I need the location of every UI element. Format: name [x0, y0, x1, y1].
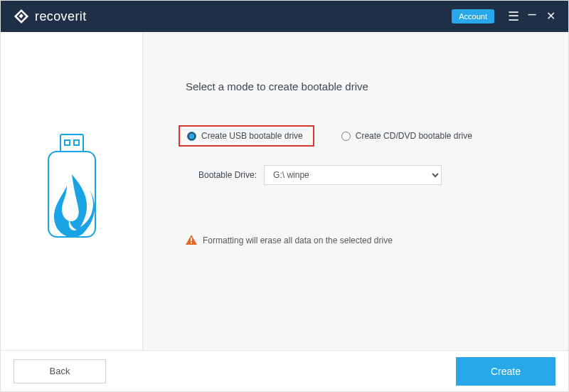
body: Select a mode to create bootable drive C… [1, 32, 568, 350]
app-logo: recoverit [14, 9, 87, 24]
option-usb-bootable[interactable]: Create USB bootable drive [179, 125, 314, 147]
svg-rect-0 [60, 134, 83, 152]
warning-icon [186, 235, 197, 245]
radio-usb[interactable] [187, 132, 196, 141]
radio-cd-dvd[interactable] [341, 132, 351, 141]
bootable-drive-select[interactable]: G:\ winpe [264, 165, 442, 185]
close-icon[interactable]: ✕ [541, 11, 560, 22]
menu-icon[interactable]: ☰ [504, 10, 523, 23]
svg-rect-1 [65, 140, 70, 145]
recoverit-logo-icon [14, 9, 29, 24]
svg-rect-5 [191, 242, 192, 243]
left-illustration-pane [1, 32, 143, 350]
warning-text: Formatting will erase all data on the se… [203, 235, 393, 245]
minimize-icon[interactable]: – [523, 6, 541, 21]
account-button[interactable]: Account [452, 9, 494, 23]
option-cd-dvd-bootable[interactable]: Create CD/DVD bootable drive [341, 131, 472, 141]
mode-radio-group: Create USB bootable drive Create CD/DVD … [179, 125, 540, 147]
footer: Back Create [1, 350, 568, 391]
svg-rect-4 [191, 238, 192, 241]
option-cd-dvd-label: Create CD/DVD bootable drive [356, 131, 472, 141]
back-button[interactable]: Back [14, 359, 106, 383]
page-heading: Select a mode to create bootable drive [186, 80, 540, 92]
main-content: Select a mode to create bootable drive C… [143, 32, 568, 350]
warning-row: Formatting will erase all data on the se… [186, 235, 540, 245]
app-name: recoverit [35, 9, 87, 24]
svg-rect-2 [74, 140, 79, 145]
option-usb-label: Create USB bootable drive [201, 131, 303, 141]
bootable-drive-label: Bootable Drive: [198, 170, 257, 180]
titlebar: recoverit Account ☰ – ✕ [1, 1, 568, 32]
bootable-drive-row: Bootable Drive: G:\ winpe [198, 165, 540, 185]
create-button[interactable]: Create [456, 357, 555, 386]
usb-flame-illustration [41, 133, 102, 250]
